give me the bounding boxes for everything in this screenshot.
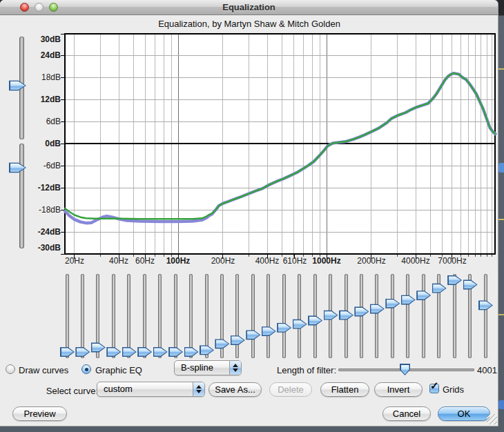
background-window-artifact: [498, 400, 504, 409]
select-curve-label: Select curve:: [28, 386, 98, 396]
slider-track[interactable]: [251, 274, 255, 358]
slider-track[interactable]: [158, 274, 162, 358]
slider-handle-icon[interactable]: [106, 347, 121, 357]
y-axis-label: -30dB: [25, 243, 61, 253]
slider-track[interactable]: [235, 274, 239, 358]
y-axis-label: -18dB: [25, 205, 61, 215]
interpolation-value: B-spline: [181, 362, 213, 373]
grids-label: Grids: [443, 384, 464, 395]
x-axis-label: 200Hz: [201, 256, 245, 266]
slider-handle-icon[interactable]: [168, 347, 183, 357]
slider-track[interactable]: [81, 274, 84, 358]
slider-track[interactable]: [266, 274, 270, 358]
slider-handle-icon[interactable]: [463, 279, 478, 290]
slider-track[interactable]: [143, 274, 146, 358]
slider-track[interactable]: [66, 274, 69, 358]
slider-track[interactable]: [484, 274, 487, 358]
slider-handle-icon[interactable]: [9, 162, 26, 173]
slider-handle-icon[interactable]: [184, 347, 199, 357]
slider-handle-icon[interactable]: [416, 291, 431, 301]
equalization-dialog: Equalization Equalization, by Martyn Sha…: [0, 0, 498, 426]
flatten-button[interactable]: Flatten: [320, 382, 369, 397]
slider-handle-icon[interactable]: [231, 335, 245, 346]
slider-track[interactable]: [282, 274, 286, 358]
slider-track[interactable]: [375, 274, 378, 358]
eq-response-graph[interactable]: [0, 0, 498, 426]
background-window-artifact: [498, 219, 504, 220]
slider-track[interactable]: [406, 274, 409, 358]
slider-handle-icon[interactable]: [200, 345, 214, 355]
slider-handle-icon[interactable]: [91, 342, 106, 353]
y-axis-label: 0dB: [25, 139, 61, 148]
desktop-background: Equalization Equalization, by Martyn Sha…: [0, 0, 504, 432]
background-window-artifact: [498, 163, 504, 173]
x-axis-label: 1000Hz: [304, 256, 349, 266]
save-as-button[interactable]: Save As...: [209, 382, 262, 397]
slider-handle-icon[interactable]: [9, 80, 26, 91]
slider-handle-icon[interactable]: [447, 275, 462, 286]
slider-handle-icon[interactable]: [262, 326, 276, 337]
slider-handle-icon[interactable]: [432, 283, 447, 293]
slider-track[interactable]: [298, 274, 301, 358]
background-window-artifact: [498, 68, 504, 70]
preview-button[interactable]: Preview: [12, 406, 67, 421]
checkmark-icon: ✓: [430, 380, 439, 392]
graphic-eq-radio[interactable]: [81, 364, 91, 374]
y-axis-label: -24dB: [25, 227, 61, 237]
delete-button[interactable]: Delete: [269, 382, 312, 397]
invert-button[interactable]: Invert: [374, 382, 423, 397]
slider-track[interactable]: [189, 274, 193, 358]
slider-handle-icon[interactable]: [400, 364, 410, 375]
draw-curves-radio[interactable]: [6, 364, 15, 374]
filter-length-value: 4001: [474, 365, 497, 375]
slider-handle-icon[interactable]: [385, 298, 400, 308]
resize-grip[interactable]: [487, 414, 497, 424]
slider-handle-icon[interactable]: [215, 339, 229, 349]
y-axis-label: 18dB: [25, 72, 61, 82]
slider-track[interactable]: [112, 274, 115, 358]
y-axis-label: 6dB: [25, 117, 61, 126]
slider-handle-icon[interactable]: [75, 347, 90, 357]
x-axis-label: 20Hz: [52, 256, 97, 266]
slider-handle-icon[interactable]: [122, 347, 137, 357]
slider-track[interactable]: [174, 274, 177, 358]
draw-curves-label: Draw curves: [19, 365, 68, 375]
curve-select[interactable]: custom: [97, 382, 205, 397]
curve-value: custom: [104, 384, 133, 394]
slider-handle-icon[interactable]: [401, 295, 416, 305]
slider-track[interactable]: [422, 274, 425, 358]
slider-handle-icon[interactable]: [153, 347, 168, 357]
slider-handle-icon[interactable]: [324, 310, 338, 320]
slider-handle-icon[interactable]: [354, 306, 369, 317]
slider-handle-icon[interactable]: [277, 322, 291, 333]
y-axis-label: 30dB: [25, 35, 61, 44]
slider-track[interactable]: [127, 274, 130, 358]
y-axis-label: -12dB: [25, 183, 61, 193]
popup-stepper-icon: [229, 361, 241, 375]
background-window-artifact: [498, 314, 504, 315]
slider-handle-icon[interactable]: [137, 347, 152, 357]
slider-handle-icon[interactable]: [308, 315, 322, 326]
slider-handle-icon[interactable]: [370, 304, 385, 314]
grids-checkbox[interactable]: ✓: [429, 384, 439, 393]
length-of-filter-label: Length of filter:: [262, 365, 336, 375]
ok-button[interactable]: OK: [438, 406, 490, 421]
interpolation-select[interactable]: B-spline: [174, 360, 242, 375]
y-axis-label: 24dB: [25, 50, 61, 60]
slider-handle-icon[interactable]: [478, 300, 493, 311]
slider-handle-icon[interactable]: [60, 347, 75, 357]
slider-handle-icon[interactable]: [293, 319, 307, 329]
graphic-eq-label: Graphic EQ: [95, 365, 142, 375]
x-axis-label: 2000Hz: [349, 256, 394, 266]
slider-handle-icon[interactable]: [339, 310, 353, 320]
y-axis-label: 12dB: [25, 95, 61, 104]
x-axis-label: 7000Hz: [430, 256, 474, 266]
x-axis-label: 100Hz: [156, 256, 200, 266]
slider-track[interactable]: [391, 274, 394, 358]
cancel-button[interactable]: Cancel: [382, 406, 431, 421]
slider-track[interactable]: [453, 274, 456, 358]
popup-stepper-icon: [193, 382, 204, 396]
slider-handle-icon[interactable]: [246, 330, 260, 340]
y-axis-label: -6dB: [25, 161, 61, 170]
slider-track[interactable]: [19, 144, 24, 248]
